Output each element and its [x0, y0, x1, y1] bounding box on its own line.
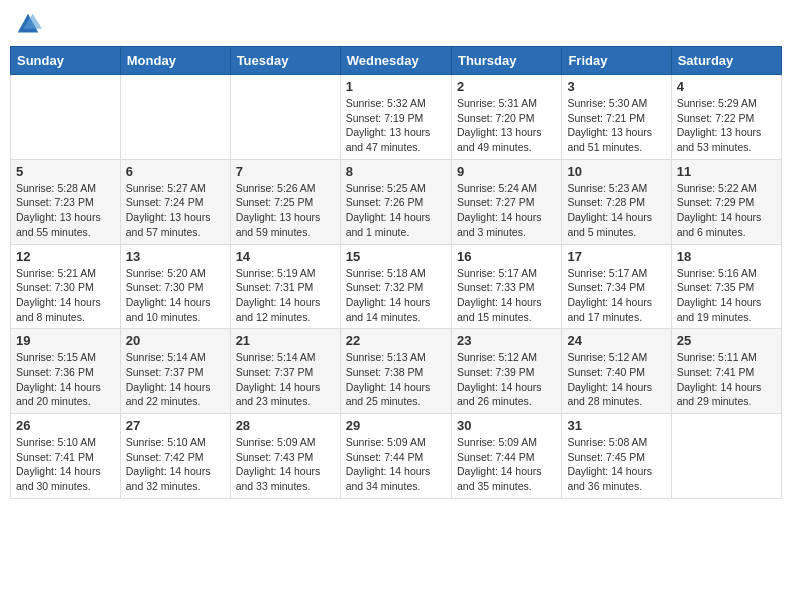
calendar-cell: 25Sunrise: 5:11 AMSunset: 7:41 PMDayligh…	[671, 329, 781, 414]
weekday-header-tuesday: Tuesday	[230, 47, 340, 75]
day-info: Sunrise: 5:29 AMSunset: 7:22 PMDaylight:…	[677, 96, 776, 155]
day-number: 26	[16, 418, 115, 433]
calendar-body: 1Sunrise: 5:32 AMSunset: 7:19 PMDaylight…	[11, 75, 782, 499]
calendar-table: SundayMondayTuesdayWednesdayThursdayFrid…	[10, 46, 782, 499]
day-info: Sunrise: 5:11 AMSunset: 7:41 PMDaylight:…	[677, 350, 776, 409]
calendar-cell: 19Sunrise: 5:15 AMSunset: 7:36 PMDayligh…	[11, 329, 121, 414]
day-number: 5	[16, 164, 115, 179]
day-number: 28	[236, 418, 335, 433]
calendar-cell	[230, 75, 340, 160]
calendar-cell: 16Sunrise: 5:17 AMSunset: 7:33 PMDayligh…	[451, 244, 561, 329]
day-info: Sunrise: 5:23 AMSunset: 7:28 PMDaylight:…	[567, 181, 665, 240]
day-info: Sunrise: 5:09 AMSunset: 7:44 PMDaylight:…	[346, 435, 446, 494]
calendar-cell: 13Sunrise: 5:20 AMSunset: 7:30 PMDayligh…	[120, 244, 230, 329]
calendar-cell: 23Sunrise: 5:12 AMSunset: 7:39 PMDayligh…	[451, 329, 561, 414]
calendar-cell: 11Sunrise: 5:22 AMSunset: 7:29 PMDayligh…	[671, 159, 781, 244]
day-number: 31	[567, 418, 665, 433]
logo-icon	[14, 10, 42, 38]
calendar-cell: 7Sunrise: 5:26 AMSunset: 7:25 PMDaylight…	[230, 159, 340, 244]
day-number: 11	[677, 164, 776, 179]
calendar-cell: 18Sunrise: 5:16 AMSunset: 7:35 PMDayligh…	[671, 244, 781, 329]
day-info: Sunrise: 5:24 AMSunset: 7:27 PMDaylight:…	[457, 181, 556, 240]
calendar-cell: 15Sunrise: 5:18 AMSunset: 7:32 PMDayligh…	[340, 244, 451, 329]
weekday-header-sunday: Sunday	[11, 47, 121, 75]
calendar-cell: 20Sunrise: 5:14 AMSunset: 7:37 PMDayligh…	[120, 329, 230, 414]
week-row-4: 26Sunrise: 5:10 AMSunset: 7:41 PMDayligh…	[11, 414, 782, 499]
day-info: Sunrise: 5:31 AMSunset: 7:20 PMDaylight:…	[457, 96, 556, 155]
day-info: Sunrise: 5:10 AMSunset: 7:42 PMDaylight:…	[126, 435, 225, 494]
day-info: Sunrise: 5:14 AMSunset: 7:37 PMDaylight:…	[236, 350, 335, 409]
day-info: Sunrise: 5:20 AMSunset: 7:30 PMDaylight:…	[126, 266, 225, 325]
calendar-cell: 30Sunrise: 5:09 AMSunset: 7:44 PMDayligh…	[451, 414, 561, 499]
day-number: 18	[677, 249, 776, 264]
day-number: 12	[16, 249, 115, 264]
day-number: 16	[457, 249, 556, 264]
day-info: Sunrise: 5:21 AMSunset: 7:30 PMDaylight:…	[16, 266, 115, 325]
day-info: Sunrise: 5:26 AMSunset: 7:25 PMDaylight:…	[236, 181, 335, 240]
day-number: 6	[126, 164, 225, 179]
day-info: Sunrise: 5:08 AMSunset: 7:45 PMDaylight:…	[567, 435, 665, 494]
week-row-0: 1Sunrise: 5:32 AMSunset: 7:19 PMDaylight…	[11, 75, 782, 160]
day-info: Sunrise: 5:16 AMSunset: 7:35 PMDaylight:…	[677, 266, 776, 325]
day-info: Sunrise: 5:32 AMSunset: 7:19 PMDaylight:…	[346, 96, 446, 155]
day-number: 22	[346, 333, 446, 348]
day-info: Sunrise: 5:17 AMSunset: 7:33 PMDaylight:…	[457, 266, 556, 325]
day-number: 14	[236, 249, 335, 264]
day-number: 1	[346, 79, 446, 94]
weekday-header-monday: Monday	[120, 47, 230, 75]
day-info: Sunrise: 5:10 AMSunset: 7:41 PMDaylight:…	[16, 435, 115, 494]
week-row-2: 12Sunrise: 5:21 AMSunset: 7:30 PMDayligh…	[11, 244, 782, 329]
weekday-header-wednesday: Wednesday	[340, 47, 451, 75]
calendar-cell: 1Sunrise: 5:32 AMSunset: 7:19 PMDaylight…	[340, 75, 451, 160]
calendar-cell: 31Sunrise: 5:08 AMSunset: 7:45 PMDayligh…	[562, 414, 671, 499]
day-info: Sunrise: 5:25 AMSunset: 7:26 PMDaylight:…	[346, 181, 446, 240]
day-info: Sunrise: 5:30 AMSunset: 7:21 PMDaylight:…	[567, 96, 665, 155]
day-number: 10	[567, 164, 665, 179]
week-row-1: 5Sunrise: 5:28 AMSunset: 7:23 PMDaylight…	[11, 159, 782, 244]
day-number: 19	[16, 333, 115, 348]
calendar-cell: 12Sunrise: 5:21 AMSunset: 7:30 PMDayligh…	[11, 244, 121, 329]
day-number: 24	[567, 333, 665, 348]
calendar-cell	[671, 414, 781, 499]
day-number: 2	[457, 79, 556, 94]
calendar-cell: 5Sunrise: 5:28 AMSunset: 7:23 PMDaylight…	[11, 159, 121, 244]
week-row-3: 19Sunrise: 5:15 AMSunset: 7:36 PMDayligh…	[11, 329, 782, 414]
day-number: 30	[457, 418, 556, 433]
calendar-cell: 24Sunrise: 5:12 AMSunset: 7:40 PMDayligh…	[562, 329, 671, 414]
weekday-header-friday: Friday	[562, 47, 671, 75]
day-info: Sunrise: 5:15 AMSunset: 7:36 PMDaylight:…	[16, 350, 115, 409]
day-info: Sunrise: 5:09 AMSunset: 7:44 PMDaylight:…	[457, 435, 556, 494]
day-info: Sunrise: 5:22 AMSunset: 7:29 PMDaylight:…	[677, 181, 776, 240]
day-info: Sunrise: 5:09 AMSunset: 7:43 PMDaylight:…	[236, 435, 335, 494]
day-info: Sunrise: 5:12 AMSunset: 7:39 PMDaylight:…	[457, 350, 556, 409]
calendar-cell: 29Sunrise: 5:09 AMSunset: 7:44 PMDayligh…	[340, 414, 451, 499]
day-number: 3	[567, 79, 665, 94]
calendar-cell: 6Sunrise: 5:27 AMSunset: 7:24 PMDaylight…	[120, 159, 230, 244]
day-number: 15	[346, 249, 446, 264]
day-number: 8	[346, 164, 446, 179]
calendar-cell: 17Sunrise: 5:17 AMSunset: 7:34 PMDayligh…	[562, 244, 671, 329]
calendar-cell: 4Sunrise: 5:29 AMSunset: 7:22 PMDaylight…	[671, 75, 781, 160]
day-number: 4	[677, 79, 776, 94]
calendar-cell: 2Sunrise: 5:31 AMSunset: 7:20 PMDaylight…	[451, 75, 561, 160]
day-number: 29	[346, 418, 446, 433]
calendar-cell: 10Sunrise: 5:23 AMSunset: 7:28 PMDayligh…	[562, 159, 671, 244]
day-number: 23	[457, 333, 556, 348]
weekday-header-saturday: Saturday	[671, 47, 781, 75]
day-number: 21	[236, 333, 335, 348]
day-number: 17	[567, 249, 665, 264]
logo	[14, 10, 44, 38]
weekday-header-thursday: Thursday	[451, 47, 561, 75]
day-number: 25	[677, 333, 776, 348]
day-info: Sunrise: 5:19 AMSunset: 7:31 PMDaylight:…	[236, 266, 335, 325]
calendar-cell: 22Sunrise: 5:13 AMSunset: 7:38 PMDayligh…	[340, 329, 451, 414]
day-info: Sunrise: 5:13 AMSunset: 7:38 PMDaylight:…	[346, 350, 446, 409]
calendar-header-row: SundayMondayTuesdayWednesdayThursdayFrid…	[11, 47, 782, 75]
day-number: 7	[236, 164, 335, 179]
calendar-cell	[11, 75, 121, 160]
day-info: Sunrise: 5:18 AMSunset: 7:32 PMDaylight:…	[346, 266, 446, 325]
calendar-cell: 26Sunrise: 5:10 AMSunset: 7:41 PMDayligh…	[11, 414, 121, 499]
calendar-cell: 3Sunrise: 5:30 AMSunset: 7:21 PMDaylight…	[562, 75, 671, 160]
day-number: 27	[126, 418, 225, 433]
day-info: Sunrise: 5:28 AMSunset: 7:23 PMDaylight:…	[16, 181, 115, 240]
